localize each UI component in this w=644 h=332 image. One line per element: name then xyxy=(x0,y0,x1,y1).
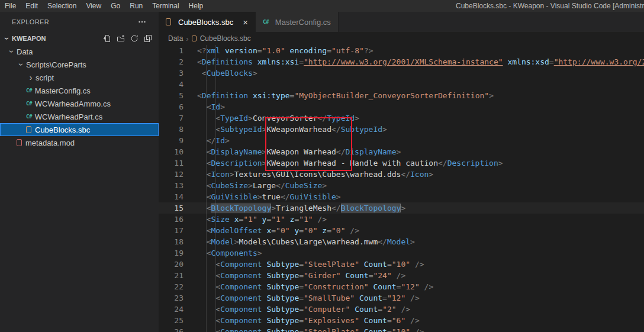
workspace-section-header[interactable]: › KWEAPON xyxy=(0,32,159,45)
code-line-21[interactable]: 21 <Component Subtype="Girder" Count="24… xyxy=(159,270,644,281)
breadcrumb-item-file[interactable]: CubeBlocks.sbc xyxy=(200,34,251,43)
code-line-11[interactable]: 11 <Description>KWeapon Warhead - Handle… xyxy=(159,157,644,169)
line-number[interactable]: 15 xyxy=(159,202,192,214)
code-token: Subtype xyxy=(266,260,299,269)
code-token: CubeBlocks xyxy=(207,69,253,78)
line-number[interactable]: 24 xyxy=(159,304,192,315)
line-number[interactable]: 8 xyxy=(159,124,192,135)
line-number[interactable]: 12 xyxy=(159,169,192,180)
code-line-13[interactable]: 13 <CubeSize>Large</CubeSize> xyxy=(159,180,644,191)
code-line-22[interactable]: 22 <Component Subtype="Construction" Cou… xyxy=(159,281,644,292)
tab-cubeblocks-sbc[interactable]: CubeBlocks.sbc× xyxy=(159,12,256,32)
menu-view[interactable]: View xyxy=(81,0,106,12)
code-token: Textures\GUI\Icons\Cubes\warhead.dds xyxy=(234,170,401,179)
new-file-button[interactable] xyxy=(101,33,113,44)
code-editor[interactable]: 1<?xml version="1.0" encoding="utf-8"?>2… xyxy=(159,45,644,332)
code-token xyxy=(253,57,257,66)
code-token: "12" xyxy=(387,294,405,302)
line-number[interactable]: 14 xyxy=(159,191,192,202)
code-line-5[interactable]: 5<Definition xsi:type="MyObjectBuilder_C… xyxy=(159,90,644,101)
line-number[interactable]: 7 xyxy=(159,112,192,124)
line-number[interactable]: 6 xyxy=(159,101,192,112)
code-line-2[interactable]: 2<Definitions xmlns:xsi="http://www.w3.o… xyxy=(159,56,644,67)
tree-item-cubeblocks-sbc[interactable]: CubeBlocks.sbc xyxy=(0,123,159,136)
line-number[interactable]: 22 xyxy=(159,281,192,292)
code-line-content: <Size x="1" y="1" z="1" /> xyxy=(192,214,327,225)
line-number[interactable]: 25 xyxy=(159,315,192,326)
new-folder-button[interactable] xyxy=(115,33,127,44)
line-number[interactable]: 13 xyxy=(159,180,192,191)
code-token: TriangleMesh xyxy=(276,204,331,212)
code-line-8[interactable]: 8 <SubtypeId>KWeaponWarhead</SubtypeId> xyxy=(159,124,644,135)
code-line-1[interactable]: 1<?xml version="1.0" encoding="utf-8"?> xyxy=(159,45,644,56)
line-number[interactable]: 11 xyxy=(159,157,192,169)
line-number[interactable]: 26 xyxy=(159,326,192,332)
code-line-23[interactable]: 23 <Component Subtype="SmallTube" Count=… xyxy=(159,292,644,304)
titlebar: FileEditSelectionViewGoRunTerminalHelp C… xyxy=(0,0,644,12)
code-line-20[interactable]: 20 <Component Subtype="SteelPlate" Count… xyxy=(159,259,644,270)
tree-item-metadata-mod[interactable]: metadata.mod xyxy=(0,136,159,149)
breadcrumb-item-data[interactable]: Data xyxy=(168,34,183,43)
csharp-file-icon: C# xyxy=(263,19,269,25)
code-line-24[interactable]: 24 <Component Subtype="Computer" Count="… xyxy=(159,304,644,315)
tree-item-scripts-coreparts[interactable]: ›Scripts\CoreParts xyxy=(0,58,159,71)
line-number[interactable]: 4 xyxy=(159,79,192,90)
code-line-9[interactable]: 9 </Id> xyxy=(159,135,644,146)
refresh-icon[interactable] xyxy=(128,33,140,44)
menu-selection[interactable]: Selection xyxy=(43,0,81,12)
code-token: "10" xyxy=(392,327,410,332)
menu-help[interactable]: Help xyxy=(184,0,208,12)
line-number[interactable]: 21 xyxy=(159,270,192,281)
code-line-7[interactable]: 7 <TypeId>ConveyorSorter</TypeId> xyxy=(159,112,644,124)
line-number[interactable]: 9 xyxy=(159,135,192,146)
close-tab-button[interactable]: × xyxy=(243,18,248,27)
line-number[interactable]: 18 xyxy=(159,236,192,247)
code-line-4[interactable]: 4 xyxy=(159,79,644,90)
code-line-17[interactable]: 17 <ModelOffset x="0" y="0" z="0" /> xyxy=(159,225,644,236)
code-line-6[interactable]: 6 <Id> xyxy=(159,101,644,112)
code-token: <? xyxy=(197,46,207,55)
tree-item-wcwarheadpart-cs[interactable]: C#WCWarheadPart.cs xyxy=(0,110,159,123)
line-number[interactable]: 16 xyxy=(159,214,192,225)
tree-item-data[interactable]: ›Data xyxy=(0,45,159,58)
more-actions-button[interactable] xyxy=(136,16,148,28)
menu-edit[interactable]: Edit xyxy=(21,0,43,12)
tree-item-wcwarheadammo-cs[interactable]: C#WCWarheadAmmo.cs xyxy=(0,97,159,110)
menu-terminal[interactable]: Terminal xyxy=(147,0,183,12)
code-line-26[interactable]: 26 <Component Subtype="SteelPlate" Count… xyxy=(159,326,644,332)
code-token: Definition xyxy=(202,91,248,100)
code-token: > xyxy=(271,204,276,212)
line-number[interactable]: 1 xyxy=(159,45,192,56)
file-name: metadata.mod xyxy=(25,138,75,147)
code-token: BlockTopology xyxy=(341,204,401,212)
tab-masterconfig-cs[interactable]: C#MasterConfig.cs xyxy=(256,12,339,32)
line-number[interactable]: 10 xyxy=(159,146,192,157)
tree-item-script[interactable]: ›script xyxy=(0,71,159,84)
code-line-14[interactable]: 14 <GuiVisible>true</GuiVisible> xyxy=(159,191,644,202)
line-number[interactable]: 17 xyxy=(159,225,192,236)
menu-file[interactable]: File xyxy=(0,0,21,12)
code-line-10[interactable]: 10 <DisplayName>KWeapon Warhead</Display… xyxy=(159,146,644,157)
collapse-all-button[interactable] xyxy=(142,33,154,44)
code-token xyxy=(285,46,290,55)
code-token xyxy=(197,170,207,179)
menu-run[interactable]: Run xyxy=(125,0,147,12)
menu-go[interactable]: Go xyxy=(106,0,125,12)
code-line-25[interactable]: 25 <Component Subtype="Explosives" Count… xyxy=(159,315,644,326)
code-line-18[interactable]: 18 <Model>Models\Cubes\Large\warhead.mwm… xyxy=(159,236,644,247)
line-number[interactable]: 23 xyxy=(159,292,192,304)
line-number[interactable]: 20 xyxy=(159,259,192,270)
code-line-content: <SubtypeId>KWeaponWarhead</SubtypeId> xyxy=(192,124,387,135)
tree-item-masterconfig-cs[interactable]: C#MasterConfig.cs xyxy=(0,84,159,97)
line-number[interactable]: 19 xyxy=(159,247,192,259)
line-number[interactable]: 2 xyxy=(159,56,192,67)
file-name: Scripts\CoreParts xyxy=(26,60,86,69)
code-line-12[interactable]: 12 <Icon>Textures\GUI\Icons\Cubes\warhea… xyxy=(159,169,644,180)
code-line-19[interactable]: 19 <Components> xyxy=(159,247,644,259)
code-line-16[interactable]: 16 <Size x="1" y="1" z="1" /> xyxy=(159,214,644,225)
csharp-file-icon: C# xyxy=(26,101,32,107)
line-number[interactable]: 5 xyxy=(159,90,192,101)
code-line-15[interactable]: 15 <BlockTopology>TriangleMesh</BlockTop… xyxy=(159,202,644,214)
code-line-3[interactable]: 3 <CubeBlocks> xyxy=(159,67,644,79)
line-number[interactable]: 3 xyxy=(159,67,192,79)
